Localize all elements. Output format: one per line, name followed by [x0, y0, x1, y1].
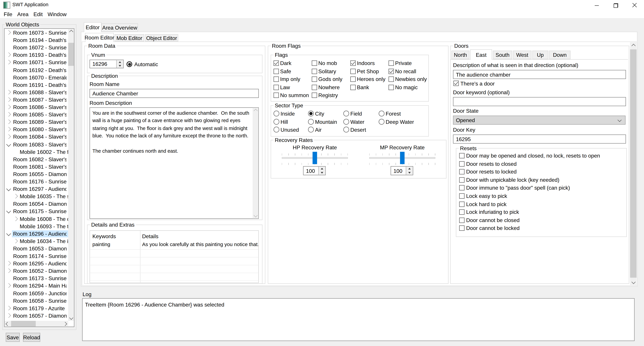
tree-hscroll-thumb[interactable] — [11, 321, 36, 326]
tree-item[interactable]: Mobile 16093 - The thu — [5, 223, 68, 230]
menu-item-file[interactable]: File — [1, 11, 15, 17]
sector-radio-desert[interactable] — [343, 127, 349, 132]
door-key-input[interactable]: 16295 — [453, 134, 626, 144]
tree-item[interactable]: Mobile 16008 - The dr — [5, 215, 68, 223]
sector-radio-water[interactable] — [343, 119, 349, 124]
spin-down-button[interactable] — [406, 171, 413, 175]
minimize-button[interactable] — [587, 0, 606, 11]
tree-item[interactable]: Room 16052 - Diamond S — [5, 267, 68, 275]
tree-item[interactable]: Room 16179 - Azurite Stre — [5, 305, 68, 312]
tree-item[interactable]: Room 16058 - Sunrise — [5, 297, 68, 305]
flag-checkbox-no-magic[interactable] — [388, 85, 394, 90]
tree-item[interactable]: Room 16080 - Slaver's Ro — [5, 126, 68, 133]
tree-item[interactable]: Room 16194 - Death's Lan — [5, 37, 68, 44]
flag-checkbox-no-recall[interactable] — [388, 69, 394, 74]
sector-radio-hill[interactable] — [274, 119, 279, 124]
tree-item[interactable]: Room 16193 - Death's Lan — [5, 52, 68, 59]
textarea-scroll-up-button[interactable] — [252, 108, 258, 114]
tree-item[interactable]: Room 16089 - Slaver's Ro — [5, 119, 68, 126]
flag-checkbox-gods-only[interactable] — [312, 77, 317, 82]
door-tab-west[interactable]: West — [513, 51, 532, 59]
vnum-spinner[interactable]: 16296 — [90, 60, 124, 68]
tree-item[interactable]: Room 16053 - Diamond S — [5, 245, 68, 252]
tree-item[interactable]: Room 16295 - Audience C — [5, 260, 68, 267]
reset-checkbox-lock-hard-to-pick[interactable] — [459, 201, 464, 207]
tree-item[interactable]: Room 16083 - Slaver's Ro — [5, 141, 68, 148]
vnum-up-button[interactable] — [117, 60, 123, 64]
sector-radio-field[interactable] — [343, 111, 349, 116]
flag-checkbox-newbies-only[interactable] — [388, 77, 394, 82]
door-tab-east[interactable]: East — [470, 49, 492, 60]
tree-item[interactable]: Mobile 16002 - The flo — [5, 148, 68, 156]
chevron-right-icon[interactable] — [6, 306, 11, 310]
tree-item[interactable]: Room 16176 - Sunrise — [5, 178, 68, 186]
sector-radio-mountain[interactable] — [308, 119, 314, 124]
chevron-right-icon[interactable] — [6, 261, 11, 266]
sector-radio-city[interactable] — [308, 111, 314, 116]
editor-scroll-up-button[interactable] — [630, 42, 636, 49]
editor-vscrollbar[interactable] — [630, 42, 636, 285]
tree-item[interactable]: Room 16087 - Slaver's Ro — [5, 96, 68, 104]
tree-item[interactable]: Room 16088 - Slaver's Ro — [5, 89, 68, 96]
sector-radio-inside[interactable] — [274, 111, 279, 116]
tree-item[interactable]: Room 16296 - Audience C — [5, 230, 68, 238]
reload-button[interactable]: Reload — [23, 333, 40, 342]
chevron-right-icon[interactable] — [6, 268, 11, 273]
chevron-right-icon[interactable] — [13, 194, 18, 199]
tree-item[interactable]: Room 16072 - Sunrise — [5, 44, 68, 52]
flag-checkbox-heroes-only[interactable] — [350, 77, 356, 82]
flag-checkbox-bank[interactable] — [350, 85, 356, 90]
editor-vscroll-thumb[interactable] — [630, 49, 636, 278]
tree-item[interactable]: Room 16055 - Diamond S — [5, 171, 68, 178]
tree-item[interactable]: Room 16059 - Junction of — [5, 290, 68, 297]
tree-hscrollbar[interactable] — [4, 321, 68, 326]
menu-item-window[interactable]: Window — [45, 11, 69, 17]
chevron-right-icon[interactable] — [13, 239, 18, 243]
spin-up-button[interactable] — [406, 167, 413, 171]
tree-vscroll-thumb[interactable] — [68, 43, 74, 66]
slider-thumb[interactable] — [400, 152, 404, 164]
tree-scroll-right-button[interactable] — [62, 321, 68, 326]
tree-scroll-left-button[interactable] — [4, 321, 11, 326]
chevron-right-icon[interactable] — [6, 112, 11, 117]
room-description-textarea[interactable]: You are in the southwest corner of the a… — [90, 107, 259, 219]
chevron-right-icon[interactable] — [13, 216, 18, 221]
chevron-right-icon[interactable] — [6, 30, 11, 35]
sector-radio-forest[interactable] — [379, 111, 384, 116]
flag-checkbox-solitary[interactable] — [312, 69, 317, 74]
flag-checkbox-law[interactable] — [274, 85, 279, 90]
details-cell-keyword[interactable]: painting — [92, 242, 138, 247]
tab-room-editor[interactable]: Room Editor — [85, 33, 114, 42]
tree-scroll-down-button[interactable] — [68, 315, 74, 321]
sector-radio-deep-water[interactable] — [379, 119, 384, 124]
tree-item[interactable]: Room 16086 - Slaver's Ro — [5, 104, 68, 111]
flag-checkbox-nowhere[interactable] — [312, 85, 317, 90]
sector-radio-air[interactable] — [308, 127, 314, 132]
tree-item[interactable]: Room 16081 - Slaver's Ro — [5, 163, 68, 171]
chevron-down-icon[interactable] — [6, 231, 11, 236]
tree-item[interactable]: Room 16085 - Slaver's rou — [5, 111, 68, 118]
tree-item[interactable]: Room 16175 - Sunrise — [5, 208, 68, 215]
tree-item[interactable]: Room 16082 - Slaver's Ro — [5, 156, 68, 163]
chevron-right-icon[interactable] — [6, 53, 11, 57]
flag-checkbox-dark[interactable] — [274, 61, 279, 66]
tree-item[interactable]: Mobile 16034 - The iro — [5, 238, 68, 245]
flag-checkbox-private[interactable] — [388, 61, 394, 66]
automatic-radio[interactable] — [126, 61, 132, 67]
chevron-right-icon[interactable] — [6, 283, 11, 288]
chevron-down-icon[interactable] — [6, 142, 11, 147]
reset-checkbox-door-immune-to-pass-door-spe[interactable] — [459, 185, 464, 191]
reset-checkbox-door-resets-to-locked[interactable] — [459, 169, 464, 175]
door-tab-down[interactable]: Down — [549, 51, 570, 59]
tree-item[interactable]: Room 16057 - Diamond S — [5, 312, 68, 319]
textarea-vscrollbar[interactable] — [252, 108, 258, 219]
reset-checkbox-door-resets-to-closed[interactable] — [459, 161, 464, 166]
door-keyword-input[interactable] — [453, 97, 626, 106]
recovery-spinner[interactable]: 100 — [303, 166, 326, 175]
flag-checkbox-no-mob[interactable] — [312, 61, 317, 66]
reset-checkbox-door-may-be-opened-and-close[interactable] — [459, 153, 464, 158]
tree-item[interactable]: Room 16192 - Death's Lan — [5, 67, 68, 74]
tab-mob-editor[interactable]: Mob Editor — [114, 34, 144, 42]
flag-checkbox-indoors[interactable] — [350, 61, 356, 66]
tab-area-overview[interactable]: Area Overview — [102, 24, 138, 32]
